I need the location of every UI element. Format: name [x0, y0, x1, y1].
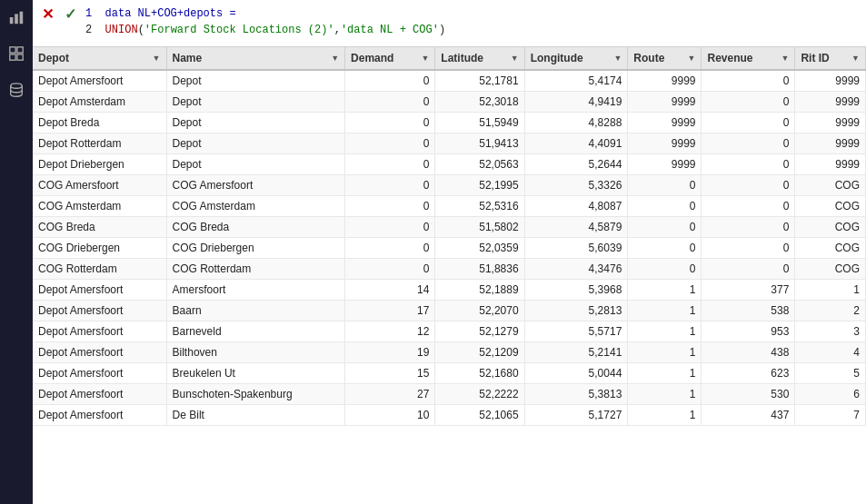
cell-depot: Depot Amersfoort: [33, 384, 166, 405]
cell-revenue: 0: [702, 238, 795, 259]
cell-latitude: 52,1209: [435, 342, 524, 363]
cell-latitude: 52,1889: [435, 280, 524, 301]
cell-name: COG Amsterdam: [166, 196, 345, 217]
table-header-row: Depot ▼ Name ▼ Demand: [33, 47, 866, 70]
cell-route: 9999: [628, 154, 702, 175]
table-wrapper[interactable]: Depot ▼ Name ▼ Demand: [33, 47, 866, 504]
cell-name: Baarn: [166, 301, 345, 321]
cell-latitude: 52,1995: [435, 175, 524, 196]
cell-name: Barneveld: [166, 321, 345, 342]
cell-latitude: 51,5802: [435, 217, 524, 238]
table-row: COG DriebergenCOG Driebergen052,03595,60…: [33, 238, 866, 259]
cell-demand: 12: [345, 321, 435, 342]
cell-latitude: 52,1065: [435, 405, 524, 426]
latitude-filter-icon[interactable]: ▼: [511, 54, 519, 63]
cell-route: 9999: [628, 70, 702, 92]
depot-filter-icon[interactable]: ▼: [153, 54, 161, 63]
cell-revenue: 0: [702, 259, 795, 280]
cell-rit_id: 3: [795, 321, 866, 342]
cell-name: COG Amersfoort: [166, 175, 345, 196]
cell-longitude: 5,6039: [524, 238, 628, 259]
formula-icons: ✕ ✓: [38, 5, 80, 24]
longitude-filter-icon[interactable]: ▼: [613, 54, 622, 63]
svg-rect-1: [15, 14, 18, 24]
demand-filter-icon[interactable]: ▼: [421, 54, 429, 63]
cell-latitude: 52,3018: [435, 92, 524, 113]
col-header-depot[interactable]: Depot ▼: [33, 47, 166, 70]
cell-demand: 27: [345, 384, 435, 405]
main-content: ✕ ✓ 1 data NL+COG+depots = 2 UNION('Forw…: [33, 0, 866, 504]
cell-rit_id: 9999: [795, 70, 866, 92]
cell-latitude: 52,1279: [435, 321, 524, 342]
cell-depot: Depot Amersfoort: [33, 280, 166, 301]
table-row: Depot RotterdamDepot051,94134,4091999909…: [33, 133, 866, 154]
cell-depot: Depot Amersfoort: [33, 321, 166, 342]
revenue-filter-icon[interactable]: ▼: [781, 54, 789, 63]
table-grid-icon[interactable]: [5, 42, 28, 65]
col-header-revenue[interactable]: Revenue ▼: [702, 47, 795, 70]
formula-confirm-button[interactable]: ✓: [61, 5, 80, 24]
cell-depot: Depot Driebergen: [33, 154, 166, 175]
table-row: Depot AmersfoortBreukelen Ut1552,16805,0…: [33, 363, 866, 384]
cell-latitude: 52,0359: [435, 238, 524, 259]
formula-text[interactable]: 1 data NL+COG+depots = 2 UNION('Forward …: [85, 5, 445, 38]
cell-longitude: 5,2644: [524, 154, 628, 175]
formula-cancel-button[interactable]: ✕: [38, 5, 57, 24]
formula-bar: ✕ ✓ 1 data NL+COG+depots = 2 UNION('Forw…: [33, 0, 866, 47]
cell-latitude: 52,0563: [435, 154, 524, 175]
cell-rit_id: 9999: [795, 154, 866, 175]
cell-demand: 0: [345, 92, 435, 113]
cell-demand: 0: [345, 196, 435, 217]
table-row: Depot AmersfoortBilthoven1952,12095,2141…: [33, 342, 866, 363]
cell-depot: Depot Amersfoort: [33, 363, 166, 384]
cell-route: 1: [628, 342, 702, 363]
cell-rit_id: 5: [795, 363, 866, 384]
table-row: COG AmsterdamCOG Amsterdam052,53164,8087…: [33, 196, 866, 217]
cell-route: 0: [628, 196, 702, 217]
col-header-name[interactable]: Name ▼: [166, 47, 345, 70]
left-sidebar: [0, 0, 33, 504]
cell-demand: 0: [345, 133, 435, 154]
table-row: Depot DriebergenDepot052,05635,264499990…: [33, 154, 866, 175]
cell-route: 1: [628, 280, 702, 301]
cell-name: COG Driebergen: [166, 238, 345, 259]
database-icon[interactable]: [5, 78, 28, 102]
col-header-route[interactable]: Route ▼: [628, 47, 702, 70]
cell-depot: COG Amersfoort: [33, 175, 166, 196]
cell-rit_id: 7: [795, 405, 866, 426]
cell-route: 0: [628, 238, 702, 259]
svg-rect-3: [10, 47, 15, 53]
col-header-rit-id[interactable]: Rit ID ▼: [795, 47, 866, 70]
cell-route: 0: [628, 175, 702, 196]
cell-rit_id: 4: [795, 342, 866, 363]
rit-id-filter-icon[interactable]: ▼: [851, 54, 860, 63]
cell-depot: Depot Amersfoort: [33, 70, 166, 92]
cell-route: 0: [628, 217, 702, 238]
cell-longitude: 4,8087: [524, 196, 628, 217]
cell-name: Depot: [166, 133, 345, 154]
col-header-latitude[interactable]: Latitude ▼: [435, 47, 524, 70]
cell-revenue: 0: [702, 196, 795, 217]
col-header-longitude[interactable]: Longitude ▼: [524, 47, 628, 70]
cell-rit_id: 2: [795, 301, 866, 321]
cell-demand: 10: [345, 405, 435, 426]
cell-demand: 0: [345, 70, 435, 92]
cell-route: 1: [628, 301, 702, 321]
cell-route: 1: [628, 384, 702, 405]
cell-longitude: 5,2813: [524, 301, 628, 321]
cell-rit_id: COG: [795, 217, 866, 238]
cell-depot: Depot Amsterdam: [33, 92, 166, 113]
table-body: Depot AmersfoortDepot052,17815,417499990…: [33, 70, 866, 426]
cell-revenue: 377: [702, 280, 795, 301]
cell-name: Depot: [166, 154, 345, 175]
route-filter-icon[interactable]: ▼: [688, 54, 696, 63]
col-header-demand[interactable]: Demand ▼: [345, 47, 435, 70]
svg-rect-5: [10, 54, 15, 60]
table-row: Depot AmersfoortBarneveld1252,12795,5717…: [33, 321, 866, 342]
chart-icon[interactable]: [5, 5, 28, 29]
cell-longitude: 5,3968: [524, 280, 628, 301]
table-row: Depot AmersfoortBunschoten-Spakenburg275…: [33, 384, 866, 405]
cell-demand: 0: [345, 217, 435, 238]
cell-revenue: 438: [702, 342, 795, 363]
name-filter-icon[interactable]: ▼: [331, 54, 339, 63]
